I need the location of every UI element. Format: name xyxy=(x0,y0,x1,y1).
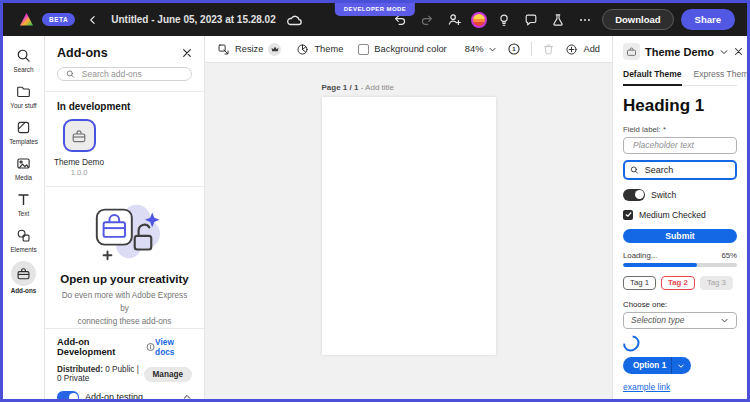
loading-label: Loading... xyxy=(623,251,657,260)
page-number: Page 1 / 1 xyxy=(322,83,359,92)
resize-button[interactable]: Resize xyxy=(217,43,281,56)
timer-icon: 1 xyxy=(507,42,521,56)
theme-demo-panel: Theme Demo Default Theme Express Theme H… xyxy=(612,36,747,399)
add-circle-icon xyxy=(565,43,578,56)
experiments-button[interactable] xyxy=(548,9,568,31)
canvas-body: Page 1 / 1 - Add title xyxy=(205,63,612,399)
progress-fill xyxy=(623,263,697,267)
manage-button[interactable]: Manage xyxy=(144,367,192,382)
ideas-button[interactable] xyxy=(494,9,514,31)
left-rail: Search Your stuff Templates Media xyxy=(3,36,45,399)
search-icon xyxy=(630,165,639,175)
sidebar-item-your-stuff[interactable]: Your stuff xyxy=(3,81,44,109)
addon-version: 1.0.0 xyxy=(71,168,88,177)
theme-demo-addon-tile[interactable] xyxy=(63,119,96,152)
beaker-icon xyxy=(551,13,565,27)
chevron-down-icon xyxy=(677,362,685,370)
tag-2[interactable]: Tag 2 xyxy=(661,276,695,290)
selection-dropdown[interactable]: Selection type xyxy=(623,312,737,329)
more-options-button[interactable] xyxy=(575,9,595,31)
sidebar-item-elements[interactable]: Elements xyxy=(3,225,44,253)
sidebar-item-text[interactable]: Text xyxy=(3,189,44,217)
add-ons-icon xyxy=(11,261,36,286)
trash-icon xyxy=(542,43,555,56)
chat-bubble-icon xyxy=(524,13,538,27)
collapse-panel-button[interactable] xyxy=(719,47,729,57)
sidebar-item-label: Text xyxy=(18,210,30,217)
back-button[interactable] xyxy=(83,9,103,31)
required-marker: * xyxy=(663,125,666,134)
share-button[interactable]: Share xyxy=(681,9,735,30)
sidebar-item-search[interactable]: Search xyxy=(3,45,44,73)
add-ons-search-input[interactable] xyxy=(80,68,183,80)
info-icon[interactable] xyxy=(146,342,155,352)
adobe-express-logo xyxy=(19,12,34,27)
close-panel-button[interactable] xyxy=(734,47,743,56)
document-title[interactable]: Untitled - June 05, 2023 at 15.28.02 xyxy=(111,14,276,25)
feedback-button[interactable] xyxy=(521,9,541,31)
add-page-button[interactable]: Add xyxy=(565,43,600,56)
switch-label: Switch xyxy=(651,190,676,200)
tag-1[interactable]: Tag 1 xyxy=(623,276,656,290)
close-panel-button[interactable] xyxy=(182,48,192,58)
topbar-actions: Download Share xyxy=(390,9,737,31)
lightbulb-icon xyxy=(497,13,511,27)
sidebar-item-label: Elements xyxy=(10,246,36,253)
option-dropdown-button[interactable]: Option 1 xyxy=(623,357,691,374)
addon-list-item: Theme Demo 1.0.0 xyxy=(57,119,101,177)
premium-crown-icon xyxy=(268,43,281,56)
canvas-area: Resize Theme Background color 84% xyxy=(205,36,612,399)
folder-icon xyxy=(12,81,36,101)
creativity-illustration xyxy=(84,197,166,267)
choose-label: Choose one: xyxy=(623,300,737,309)
download-button[interactable]: Download xyxy=(602,9,673,30)
sidebar-item-templates[interactable]: Templates xyxy=(3,117,44,145)
user-avatar[interactable] xyxy=(471,12,487,28)
tab-default-theme[interactable]: Default Theme xyxy=(623,69,682,86)
zoom-level: 84% xyxy=(465,44,484,54)
demo-checkbox[interactable] xyxy=(623,210,633,220)
page-duration-button[interactable]: 1 xyxy=(507,42,521,56)
demo-switch[interactable] xyxy=(623,189,645,201)
svg-text:1: 1 xyxy=(513,45,517,52)
promo-line-2: connecting these add-ons xyxy=(78,317,172,326)
search-field-input[interactable] xyxy=(643,164,730,176)
sidebar-item-add-ons[interactable]: Add-ons xyxy=(3,261,44,294)
theme-icon xyxy=(296,43,309,56)
submit-button[interactable]: Submit xyxy=(623,229,737,243)
promo-line-1: Do even more with Adobe Express by xyxy=(62,291,188,313)
add-on-testing-toggle[interactable] xyxy=(57,391,79,399)
delete-page-button[interactable] xyxy=(542,43,555,56)
text-field[interactable] xyxy=(623,137,737,154)
add-ons-panel-header: Add-ons xyxy=(45,36,204,67)
promo-title: Open up your creativity xyxy=(60,273,188,285)
option-button-label: Option 1 xyxy=(633,361,666,370)
field-label-text: Field label: xyxy=(623,125,661,134)
add-collaborator-button[interactable] xyxy=(444,9,464,31)
theme-button[interactable]: Theme xyxy=(296,43,343,56)
add-ons-search-box[interactable] xyxy=(57,67,192,81)
distributed-label: Distributed: xyxy=(57,365,103,374)
search-field[interactable] xyxy=(623,160,737,180)
main-area: Search Your stuff Templates Media xyxy=(3,36,747,399)
view-docs-link[interactable]: View docs xyxy=(155,337,192,357)
background-color-swatch xyxy=(358,44,369,55)
page-label[interactable]: Page 1 / 1 - Add title xyxy=(322,83,496,92)
background-color-button[interactable]: Background color xyxy=(358,44,446,55)
tab-express-theme[interactable]: Express Theme xyxy=(694,69,747,85)
text-icon xyxy=(12,189,36,209)
theme-panel-header: Theme Demo xyxy=(623,43,737,60)
sidebar-item-media[interactable]: Media xyxy=(3,153,44,181)
cloud-sync-icon[interactable] xyxy=(284,9,304,31)
media-icon xyxy=(12,153,36,173)
promo-text: Do even more with Adobe Express by conne… xyxy=(58,289,191,328)
document-page[interactable] xyxy=(322,97,496,355)
panel-title: Theme Demo xyxy=(645,46,714,58)
theme-tabs: Default Theme Express Theme xyxy=(623,69,737,86)
example-link[interactable]: example link xyxy=(623,382,670,392)
add-person-icon xyxy=(447,12,462,27)
text-field-input[interactable] xyxy=(631,139,729,151)
zoom-dropdown[interactable]: 84% xyxy=(465,44,498,54)
chevron-up-icon[interactable] xyxy=(182,392,192,399)
redo-button[interactable] xyxy=(417,9,437,31)
